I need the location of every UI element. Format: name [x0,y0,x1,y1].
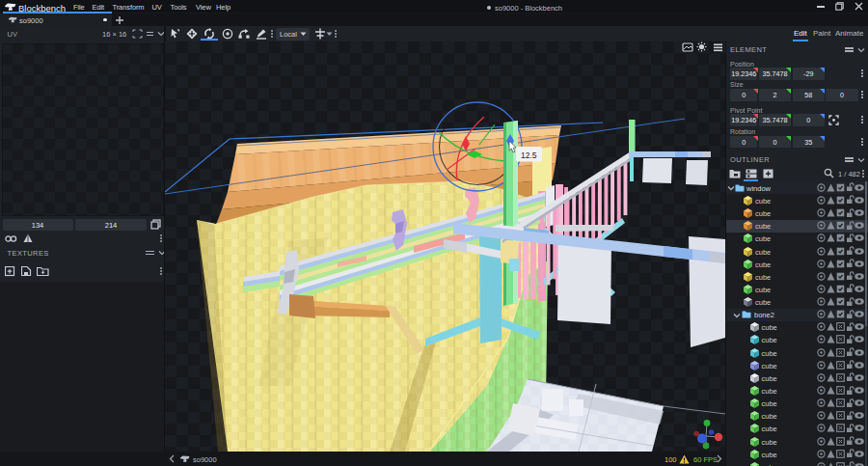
svg-text:12.5: 12.5 [521,151,537,160]
